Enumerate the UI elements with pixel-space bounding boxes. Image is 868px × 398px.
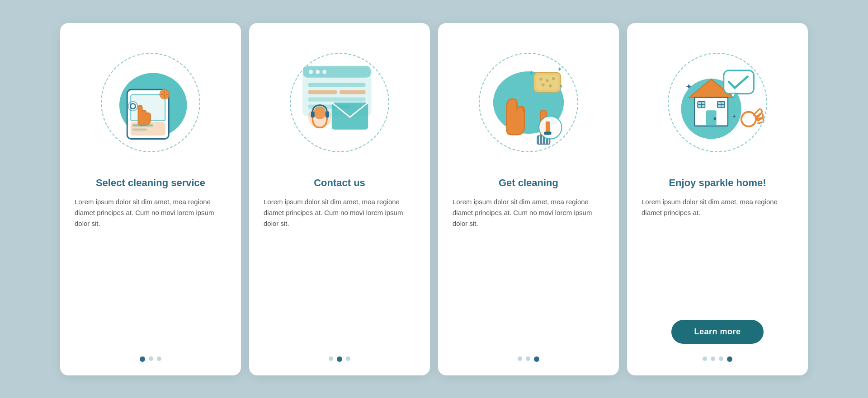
dot-active [337,356,342,362]
card-2-icon-area [281,39,398,166]
dot [329,356,333,361]
dot [719,356,723,361]
dashed-circle-4 [668,53,767,152]
card-1-dots [140,356,161,362]
learn-more-button[interactable]: Learn more [671,320,763,344]
card-3: ✦ ✦ ✦ [438,23,619,375]
card-3-text: Lorem ipsum dolor sit dim amet, mea regi… [453,197,604,343]
dot-active [727,356,732,362]
card-2: Contact us Lorem ipsum dolor sit dim ame… [249,23,430,375]
card-1-title: Select cleaning service [96,177,205,190]
dashed-circle-2 [290,53,389,152]
card-4-text: Lorem ipsum dolor sit dim amet, mea regi… [642,197,793,310]
card-2-text: Lorem ipsum dolor sit dim amet, mea regi… [264,197,415,343]
dot [711,356,715,361]
card-1: Select cleaning service Lorem ipsum dolo… [60,23,241,375]
card-1-icon-area [92,39,209,166]
card-3-icon-area: ✦ ✦ ✦ [470,39,587,166]
dot [703,356,707,361]
dot [346,356,350,361]
card-3-title: Get cleaning [499,177,558,190]
card-4-icon-area: ✦ ✦ ✦ [659,39,776,166]
dot [518,356,522,361]
card-1-text: Lorem ipsum dolor sit dim amet, mea regi… [75,197,226,343]
cards-container: Select cleaning service Lorem ipsum dolo… [42,5,826,393]
card-2-title: Contact us [314,177,365,190]
dot-active [140,356,145,362]
card-4: ✦ ✦ ✦ Enjoy sparkle home! [627,23,808,375]
dot-active [534,356,539,362]
dot [157,356,161,361]
dashed-circle-3 [479,53,578,152]
card-4-title: Enjoy sparkle home! [669,177,766,190]
dashed-circle-1 [101,53,200,152]
card-4-dots [703,356,732,362]
card-3-dots [518,356,539,362]
card-2-dots [329,356,350,362]
dot [149,356,153,361]
dot [526,356,530,361]
